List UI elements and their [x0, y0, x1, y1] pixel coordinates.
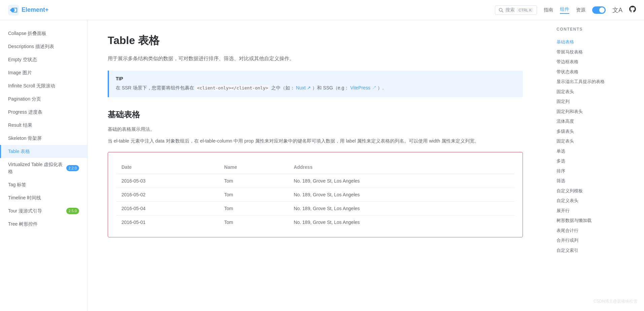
- toc-item[interactable]: 合并行或列: [557, 235, 637, 245]
- search-icon: [499, 8, 503, 12]
- sidebar-item-timeline[interactable]: Timeline 时间线: [0, 191, 87, 204]
- tip-text-end: ）.: [378, 85, 384, 90]
- sidebar-item-tag[interactable]: Tag 标签: [0, 178, 87, 191]
- toc-item[interactable]: 单选: [557, 146, 637, 156]
- table-row: 2016-05-03TomNo. 189, Grove St, Los Ange…: [116, 174, 514, 188]
- toc-item[interactable]: 多选: [557, 156, 637, 166]
- table-row: 2016-05-02TomNo. 189, Grove St, Los Ange…: [116, 188, 514, 201]
- toc-item[interactable]: 固定表头: [557, 136, 637, 146]
- col-header-address: Address: [288, 160, 514, 174]
- sidebar-item-tour[interactable]: Tour 漫游式引导 2.5.0: [0, 204, 87, 218]
- tip-title: TIP: [116, 76, 516, 81]
- nav-link-resources[interactable]: 资源: [576, 7, 585, 13]
- toc-item[interactable]: 基础表格: [557, 37, 637, 47]
- theme-toggle-dot: [599, 7, 605, 13]
- sidebar-item-virtualized-table[interactable]: Virtualized Table 虚拟化表格 2.2.0: [0, 158, 87, 178]
- table-cell-date: 2016-05-04: [116, 201, 219, 215]
- section-desc1: 基础的表格展示用法。: [108, 125, 523, 133]
- tip-link-nuxt[interactable]: Nuxt ↗: [296, 85, 311, 90]
- page-description: 用于展示多条结构类似的数据，可对数据进行排序、筛选、对比或其他自定义操作。: [108, 54, 523, 63]
- tip-text-before: 在 SSR 场景下，您需要将组件包裹在: [116, 85, 194, 90]
- sidebar-item-progress[interactable]: Progress 进度条: [0, 106, 87, 119]
- toc-item[interactable]: 展开行: [557, 206, 637, 216]
- nav-link-guide[interactable]: 指南: [544, 7, 553, 13]
- tip-link-vitepress[interactable]: VitePress ↗: [350, 85, 377, 90]
- page-title: Table 表格: [108, 34, 523, 48]
- table-cell-date: 2016-05-02: [116, 188, 219, 201]
- toc-items: 基础表格带斑马纹表格带边框表格带状态表格显示溢出工具提示的表格固定表头固定列固定…: [557, 37, 637, 255]
- svg-line-2: [502, 11, 503, 12]
- toc-item[interactable]: 流体高度: [557, 116, 637, 126]
- sidebar-item-tree[interactable]: Tree 树形控件: [0, 218, 87, 231]
- table-cell-name: Tom: [219, 188, 288, 201]
- table-cell-date: 2016-05-01: [116, 215, 219, 229]
- section-desc2: 当 el-table 元素中注入 data 对象数组后，在 el-table-c…: [108, 137, 523, 145]
- tour-badge: 2.5.0: [66, 208, 79, 214]
- sidebar-item-collapse[interactable]: Collapse 折叠面板: [0, 27, 87, 40]
- theme-toggle[interactable]: [592, 6, 606, 14]
- main-content: Table 表格 用于展示多条结构类似的数据，可对数据进行排序、筛选、对比或其他…: [87, 20, 543, 311]
- tip-text-mid2: ）和 SSG（e.g：: [312, 85, 349, 90]
- tip-text-mid1: 之中（如：: [271, 85, 295, 90]
- table-cell-address: No. 189, Grove St, Los Angeles: [288, 201, 514, 215]
- search-shortcut: CTRL K: [517, 8, 533, 12]
- demo-table: Date Name Address 2016-05-03TomNo. 189, …: [116, 160, 514, 229]
- toc-item[interactable]: 带边框表格: [557, 57, 637, 67]
- logo-area[interactable]: Element+: [8, 5, 49, 15]
- toc-item[interactable]: 筛选: [557, 176, 637, 186]
- toc-item[interactable]: 自定义索引: [557, 245, 637, 256]
- sidebar-item-empty[interactable]: Empty 空状态: [0, 53, 87, 66]
- table-cell-address: No. 189, Grove St, Los Angeles: [288, 174, 514, 188]
- sidebar-item-result[interactable]: Result 结果: [0, 119, 87, 132]
- sidebar-item-infinite-scroll[interactable]: Infinite Scroll 无限滚动: [0, 79, 87, 92]
- sidebar: Collapse 折叠面板 Descriptions 描述列表 Empty 空状…: [0, 20, 87, 311]
- lang-switch-icon[interactable]: 文A: [612, 6, 622, 14]
- table-cell-name: Tom: [219, 201, 288, 215]
- toc-item[interactable]: 带状态表格: [557, 67, 637, 77]
- toc-item[interactable]: 固定表头: [557, 87, 637, 97]
- sidebar-item-image[interactable]: Image 图片: [0, 66, 87, 79]
- table-cell-name: Tom: [219, 174, 288, 188]
- sidebar-item-table[interactable]: Table 表格: [0, 145, 87, 158]
- tip-box: TIP 在 SSR 场景下，您需要将组件包裹在 <client-only></c…: [108, 71, 523, 98]
- tip-content: 在 SSR 场景下，您需要将组件包裹在 <client-only></clien…: [116, 84, 516, 92]
- toc-item[interactable]: 排序: [557, 166, 637, 176]
- toc-item[interactable]: 自定义表头: [557, 196, 637, 206]
- sidebar-item-skeleton[interactable]: Skeleton 骨架屏: [0, 132, 87, 145]
- col-header-name: Name: [219, 160, 288, 174]
- toc-item[interactable]: 显示溢出工具提示的表格: [557, 77, 637, 87]
- table-row: 2016-05-01TomNo. 189, Grove St, Los Ange…: [116, 215, 514, 229]
- toc-item[interactable]: 多级表头: [557, 126, 637, 137]
- table-cell-date: 2016-05-03: [116, 174, 219, 188]
- toc-item[interactable]: 带斑马纹表格: [557, 47, 637, 57]
- table-cell-address: No. 189, Grove St, Los Angeles: [288, 188, 514, 201]
- toc-item[interactable]: 固定列: [557, 96, 637, 107]
- search-label: 搜索: [505, 7, 515, 13]
- logo-text: Element+: [22, 6, 49, 13]
- watermark: CSDN博主@晨曦映松雪: [594, 299, 637, 304]
- toc-item[interactable]: 固定列和表头: [557, 107, 637, 117]
- logo-icon: [8, 5, 19, 15]
- layout: Collapse 折叠面板 Descriptions 描述列表 Empty 空状…: [0, 0, 644, 311]
- top-nav: Element+ 搜索 CTRL K 指南 组件 资源 文A: [0, 0, 644, 20]
- toc: CONTENTS 基础表格带斑马纹表格带边框表格带状态表格显示溢出工具提示的表格…: [550, 20, 644, 311]
- toc-item[interactable]: 表尾合计行: [557, 226, 637, 236]
- virtualized-table-badge: 2.2.0: [66, 165, 79, 171]
- table-cell-address: No. 189, Grove St, Los Angeles: [288, 215, 514, 229]
- github-icon[interactable]: [629, 6, 636, 14]
- sidebar-item-pagination[interactable]: Pagination 分页: [0, 92, 87, 106]
- section-title: 基础表格: [108, 109, 523, 120]
- toc-item[interactable]: 树形数据与懒加载: [557, 216, 637, 226]
- toc-title: CONTENTS: [557, 27, 637, 32]
- demo-box: Date Name Address 2016-05-03TomNo. 189, …: [108, 152, 523, 237]
- nav-link-components[interactable]: 组件: [560, 6, 569, 14]
- nav-right: 搜索 CTRL K 指南 组件 资源 文A: [495, 5, 636, 15]
- search-box[interactable]: 搜索 CTRL K: [495, 5, 537, 15]
- table-cell-name: Tom: [219, 215, 288, 229]
- col-header-date: Date: [116, 160, 219, 174]
- table-row: 2016-05-04TomNo. 189, Grove St, Los Ange…: [116, 201, 514, 215]
- tip-code1: <client-only></client-only>: [195, 85, 270, 91]
- toc-item[interactable]: 自定义列模板: [557, 186, 637, 196]
- sidebar-item-descriptions[interactable]: Descriptions 描述列表: [0, 40, 87, 53]
